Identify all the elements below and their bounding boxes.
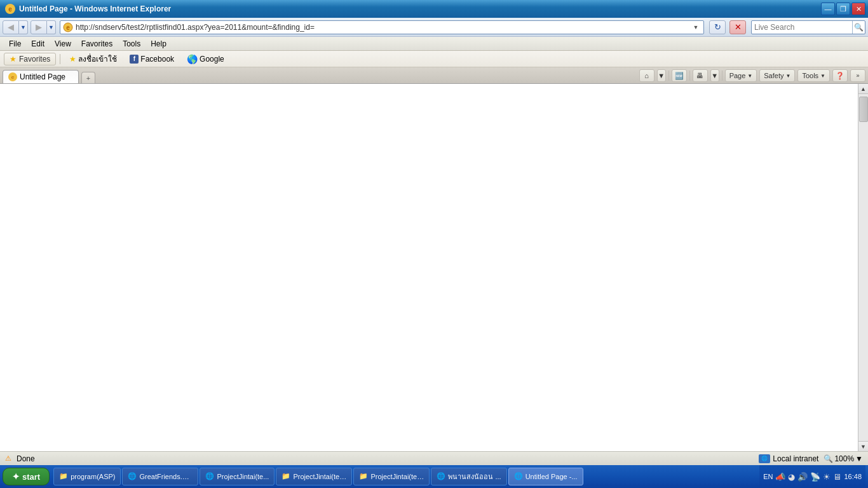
taskbar-label-6: Untitled Page -... (526, 473, 578, 480)
system-clock: 16:48 (844, 472, 862, 481)
favorites-button[interactable]: ★ Favorites (4, 53, 56, 65)
safety-label: Safety (764, 72, 783, 79)
fav-item-facebook[interactable]: f Facebook (125, 53, 179, 65)
taskbar-label-3: ProjectJintai(test) (293, 473, 346, 480)
more-tools-button[interactable]: » (850, 69, 865, 82)
refresh-button[interactable]: ↻ (709, 20, 726, 34)
search-input[interactable] (752, 23, 852, 32)
scroll-thumb[interactable] (859, 97, 868, 122)
system-tray: EN 📣 ◕ 🔊 📡 ☀ 🖥 16:48 (759, 465, 865, 488)
window-title: Untitled Page - Windows Internet Explore… (19, 4, 171, 13)
tray-icon-2: ◕ (788, 472, 795, 482)
signin-icon: ★ (69, 55, 76, 64)
tray-icon-5: ☀ (823, 472, 831, 482)
fav-label-1: Facebook (140, 55, 174, 64)
scroll-track[interactable] (858, 94, 869, 451)
minimize-button[interactable]: — (821, 3, 835, 15)
print-button[interactable]: 🖶 (693, 69, 708, 82)
scrollbar[interactable]: ▲ ▼ (858, 84, 868, 451)
taskbar-label-0: program(ASP) (71, 473, 115, 480)
content-wrapper: ▲ ▼ (0, 84, 868, 451)
taskbar-item-6[interactable]: 🌐 Untitled Page -... (508, 468, 583, 485)
start-icon: ✦ (12, 471, 20, 482)
fav-item-signin[interactable]: ★ ลงชื่อเข้าใช้ (64, 51, 122, 66)
scroll-down-button[interactable]: ▼ (858, 441, 869, 451)
page-icon: e (63, 22, 73, 32)
sep1 (668, 71, 669, 81)
taskbar-label-1: GreatFriends.Bi... (139, 473, 193, 480)
tools-label: Tools (802, 72, 818, 79)
help-button[interactable]: ❓ (832, 69, 848, 82)
zoom-area: 🔍 100% ▼ (824, 454, 863, 463)
sep2 (689, 71, 690, 81)
facebook-icon: f (130, 55, 139, 64)
home-button[interactable]: ⌂ (639, 69, 654, 82)
clock-time: 16:48 (844, 472, 862, 481)
start-button[interactable]: ✦ start (3, 468, 50, 485)
taskbar-item-5[interactable]: 🌐 พนานสงนัออน ... (431, 468, 506, 485)
fav-separator (60, 54, 60, 64)
print-dropdown[interactable]: ▼ (710, 69, 719, 82)
intranet-indicator: 🌐 Local intranet (759, 454, 818, 463)
taskbar-item-3[interactable]: 📁 ProjectJintai(test) (276, 468, 352, 485)
address-input[interactable] (76, 23, 691, 32)
tray-icon-1: 📣 (775, 472, 785, 482)
restore-button[interactable]: ❒ (836, 3, 850, 15)
new-tab-button[interactable]: + (81, 72, 95, 83)
menu-edit[interactable]: Edit (26, 38, 50, 50)
home-dropdown[interactable]: ▼ (657, 69, 666, 82)
taskbar-item-2[interactable]: 🌐 ProjectJintai(te... (200, 468, 275, 485)
taskbar-icon-4: 📁 (359, 472, 368, 481)
favorites-bar: ★ Favorites ★ ลงชื่อเข้าใช้ f Facebook 🌎… (0, 51, 868, 67)
address-dropdown-button[interactable]: ▼ (691, 22, 701, 32)
svg-text:e: e (66, 24, 70, 31)
taskbar-icon-3: 📁 (281, 472, 290, 481)
menu-favorites[interactable]: Favorites (76, 38, 118, 50)
intranet-icon: 🌐 (759, 454, 770, 463)
tray-icon-4: 📡 (810, 472, 820, 482)
page-chevron: ▼ (747, 73, 752, 79)
back-dropdown[interactable]: ▼ (19, 20, 28, 34)
tab-active[interactable]: e Untitled Page (3, 70, 79, 83)
title-bar-controls: — ❒ ✕ (821, 3, 865, 15)
taskbar-item-1[interactable]: 🌐 GreatFriends.Bi... (122, 468, 198, 485)
feeds-button[interactable]: 🆕 (672, 69, 687, 82)
search-container[interactable]: 🔍 (751, 20, 865, 34)
title-bar: e Untitled Page - Windows Internet Explo… (0, 0, 868, 18)
menu-view[interactable]: View (50, 38, 76, 50)
address-bar-container[interactable]: e ▼ (60, 20, 704, 34)
tools-chevron: ▼ (820, 73, 825, 79)
status-bar: ⚠ Done 🌐 Local intranet 🔍 100% ▼ (0, 451, 868, 465)
menu-bar: File Edit View Favorites Tools Help (0, 37, 868, 51)
fav-item-google[interactable]: 🌎 Google (182, 53, 229, 65)
safety-menu[interactable]: Safety ▼ (759, 69, 795, 82)
menu-help[interactable]: Help (146, 38, 172, 50)
forward-button[interactable]: ▶ (31, 20, 47, 34)
taskbar-label-2: ProjectJintai(te... (217, 473, 269, 480)
taskbar-icon-5: 🌐 (437, 472, 445, 481)
status-warning-icon: ⚠ (5, 454, 11, 463)
menu-file[interactable]: File (4, 38, 26, 50)
close-button[interactable]: ✕ (851, 3, 865, 15)
page-label: Page (729, 72, 746, 79)
taskbar-item-4[interactable]: 📁 ProjectJintai(test) (353, 468, 430, 485)
stop-button[interactable]: ✕ (729, 20, 746, 34)
navigation-bar: ◀ ▼ ▶ ▼ e ▼ ↻ ✕ 🔍 (0, 18, 868, 37)
tab-label: Untitled Page (20, 72, 65, 81)
show-desktop[interactable]: 🖥 (833, 472, 841, 482)
zoom-dropdown-icon[interactable]: ▼ (855, 454, 863, 463)
google-icon: 🌎 (187, 54, 198, 64)
status-text: Done (17, 454, 754, 463)
tab-page-icon: e (8, 72, 17, 81)
taskbar-item-0[interactable]: 📁 program(ASP) (53, 468, 121, 485)
search-button[interactable]: 🔍 (852, 21, 865, 34)
page-menu[interactable]: Page ▼ (725, 69, 757, 82)
forward-dropdown[interactable]: ▼ (47, 20, 56, 34)
scroll-up-button[interactable]: ▲ (858, 84, 869, 94)
menu-tools[interactable]: Tools (118, 38, 146, 50)
taskbar-icon-6: 🌐 (514, 472, 523, 481)
tools-menu[interactable]: Tools ▼ (797, 69, 830, 82)
back-button[interactable]: ◀ (3, 20, 19, 34)
fav-label-0: ลงชื่อเข้าใช้ (78, 53, 117, 65)
language-indicator: EN (763, 473, 773, 480)
